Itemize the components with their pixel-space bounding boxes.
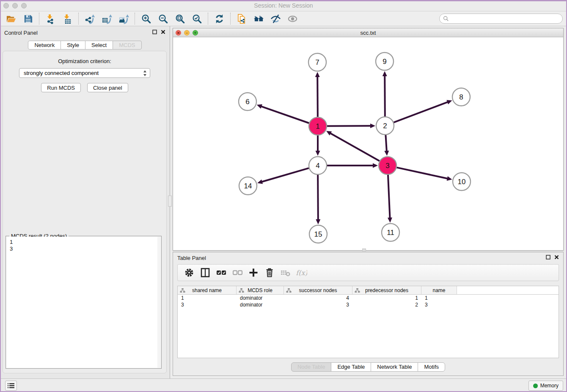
- zoom-fit-button[interactable]: [171, 12, 188, 25]
- tab-mcds[interactable]: MCDS: [113, 41, 141, 50]
- import-table-button[interactable]: [59, 12, 76, 25]
- column-label: successor nodes: [299, 287, 337, 293]
- memory-button[interactable]: Memory: [528, 381, 563, 391]
- horizontal-split-grip[interactable]: [362, 248, 366, 251]
- run-mcds-button[interactable]: Run MCDS: [41, 83, 81, 92]
- tab-network-table[interactable]: Network Table: [371, 362, 418, 372]
- delete-column-button[interactable]: [261, 266, 278, 279]
- export-image-button[interactable]: [115, 12, 132, 25]
- search-icon: [443, 16, 449, 22]
- open-session-button[interactable]: [3, 12, 19, 25]
- close-panel-icon[interactable]: [161, 30, 165, 34]
- zoom-out-button[interactable]: [154, 12, 171, 25]
- edge-2-8[interactable]: [394, 102, 449, 123]
- column-header-MCDS-role[interactable]: MCDS role: [237, 286, 284, 294]
- search-box[interactable]: [439, 14, 563, 24]
- cell[interactable]: 3: [284, 301, 352, 308]
- cell[interactable]: 1: [352, 295, 421, 301]
- column-header-successor-nodes[interactable]: successor nodes: [284, 286, 352, 294]
- graph-node-label-7: 7: [315, 58, 319, 66]
- graph-node-label-10: 10: [458, 178, 466, 186]
- edge-3-11[interactable]: [388, 175, 390, 218]
- result-scrollbar[interactable]: [157, 237, 161, 368]
- arrowhead-1-4: [316, 151, 320, 156]
- control-panel-tabs: NetworkStyleSelectMCDS: [0, 41, 170, 50]
- edge-4-15[interactable]: [318, 175, 318, 220]
- column-label: predecessor nodes: [365, 287, 408, 293]
- deselect-all-button[interactable]: [229, 266, 245, 279]
- column-header-predecessor-nodes[interactable]: predecessor nodes: [352, 286, 421, 294]
- hide-details-button[interactable]: [267, 12, 284, 25]
- edge-3-1[interactable]: [330, 133, 380, 161]
- column-header-shared-name[interactable]: shared name: [178, 286, 237, 294]
- clone-network-button[interactable]: [233, 12, 250, 25]
- close-table-panel-icon[interactable]: [554, 255, 559, 259]
- edge-1-6[interactable]: [261, 106, 309, 123]
- delete-table-button: [278, 266, 294, 279]
- cell[interactable]: dominator: [237, 295, 284, 301]
- network-title: scc.txt: [173, 30, 563, 36]
- graph-node-label-1: 1: [316, 122, 319, 130]
- table-toolbar: f(x): [177, 264, 559, 281]
- edge-2-3[interactable]: [385, 135, 386, 152]
- show-details-button[interactable]: [284, 12, 301, 25]
- cell[interactable]: dominator: [237, 301, 284, 308]
- network-canvas[interactable]: 7968124314101511: [173, 37, 563, 250]
- export-network-button[interactable]: [81, 12, 98, 25]
- gear-button[interactable]: [181, 266, 197, 279]
- float-panel-icon[interactable]: [152, 30, 157, 34]
- svg-text:f(x): f(x): [296, 269, 307, 277]
- tab-style[interactable]: Style: [61, 41, 85, 50]
- task-history-button[interactable]: [5, 381, 17, 391]
- save-session-button[interactable]: [19, 12, 36, 25]
- cell[interactable]: 1: [421, 295, 457, 301]
- zoom-in-button[interactable]: [138, 12, 154, 25]
- network-graph[interactable]: 7968124314101511: [173, 37, 563, 250]
- refresh-button[interactable]: [211, 12, 228, 25]
- task-list-icon: [7, 382, 15, 389]
- toolbar-separator: [230, 13, 231, 25]
- split-panel-icon: [200, 267, 211, 278]
- home-button[interactable]: [250, 12, 267, 25]
- tab-motifs[interactable]: Motifs: [418, 362, 445, 372]
- split-panel-button[interactable]: [197, 266, 213, 279]
- network-window-titlebar[interactable]: ✕ − + scc.txt: [173, 28, 563, 37]
- add-column-button[interactable]: [245, 266, 261, 279]
- toolbar-separator: [135, 13, 135, 25]
- tab-select[interactable]: Select: [85, 41, 113, 50]
- close-panel-button[interactable]: Close panel: [87, 83, 128, 92]
- arrowhead-1-6: [257, 104, 262, 108]
- mcds-result-text[interactable]: 1 3: [6, 237, 161, 368]
- tab-node-table[interactable]: Node Table: [291, 362, 332, 372]
- export-table-button[interactable]: [98, 12, 115, 25]
- zoom-selected-button[interactable]: [188, 12, 205, 25]
- float-table-panel-icon[interactable]: [546, 255, 550, 259]
- toolbar-separator: [78, 13, 79, 25]
- edge-2-9[interactable]: [385, 75, 385, 116]
- edge-4-14[interactable]: [261, 168, 309, 182]
- graph-node-label-11: 11: [387, 229, 394, 237]
- tab-edge-table[interactable]: Edge Table: [331, 362, 371, 372]
- search-input[interactable]: [451, 16, 559, 22]
- table-row[interactable]: 3dominator323: [178, 301, 559, 308]
- cell[interactable]: 1: [178, 295, 237, 301]
- graph-node-label-15: 15: [314, 230, 322, 238]
- split-divider[interactable]: [168, 196, 172, 207]
- edge-1-7[interactable]: [317, 76, 318, 117]
- show-details-icon: [287, 14, 298, 24]
- optimization-criterion-select[interactable]: strongly connected component: [19, 68, 150, 78]
- column-header-name[interactable]: name: [421, 286, 457, 294]
- cell[interactable]: 4: [284, 295, 352, 301]
- edge-1-2[interactable]: [327, 126, 371, 126]
- node-table[interactable]: shared nameMCDS rolesuccessor nodesprede…: [177, 286, 559, 358]
- tab-network[interactable]: Network: [28, 41, 61, 50]
- select-all-button[interactable]: [213, 266, 229, 279]
- edge-3-10[interactable]: [396, 168, 448, 179]
- table-row[interactable]: 1dominator411: [178, 295, 559, 301]
- import-network-button[interactable]: [42, 12, 59, 25]
- cell[interactable]: 3: [178, 301, 237, 308]
- clone-network-icon: [237, 14, 247, 24]
- cell[interactable]: 3: [421, 301, 457, 308]
- select-all-icon: [216, 267, 227, 278]
- cell[interactable]: 2: [352, 301, 421, 308]
